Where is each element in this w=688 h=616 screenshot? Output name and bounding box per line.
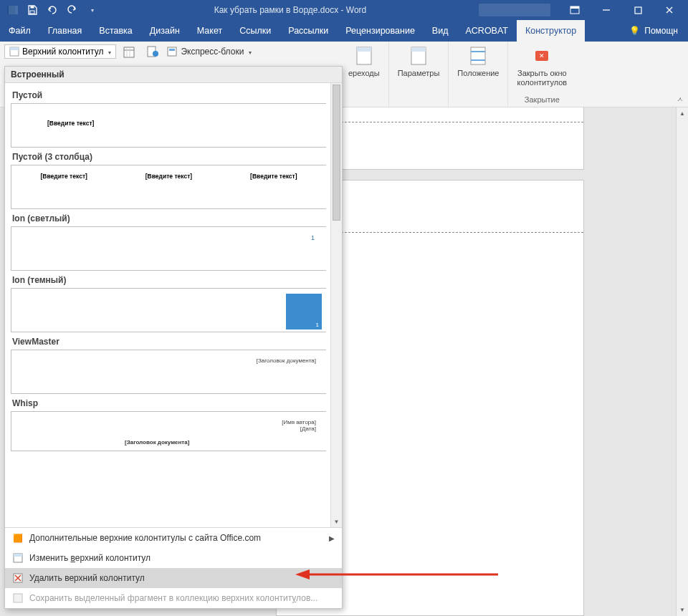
transitions-icon[interactable] [353,44,376,67]
svg-rect-2 [30,11,34,14]
placeholder-text: [Введите текст] [250,173,297,180]
gallery-commands: 🟧 Дополнительные верхние колонтитулы с с… [5,527,342,608]
gallery-scrollbar[interactable]: ▲ ▼ [330,83,342,527]
page-number: 1 [316,322,319,328]
scroll-down-icon[interactable]: ▼ [331,516,342,527]
close-header-icon[interactable]: ✕ [530,44,553,67]
svg-rect-22 [471,47,485,64]
cmd-edit-header[interactable]: Изменить верхний колонтитул [5,548,342,568]
edit-header-icon [12,552,24,564]
cmd-save-selection: Сохранить выделенный фрагмент в коллекци… [5,588,342,608]
undo-icon[interactable] [43,1,62,19]
close-section-label: Закрытие [525,95,560,105]
header-gallery: Встроенный Пустой [Введите текст] Пустой… [4,66,343,609]
close-button[interactable] [654,0,685,20]
account-area[interactable] [479,4,550,16]
header-dropdown[interactable]: Верхний колонтитул [4,44,116,59]
gallery-item-ion-dark[interactable]: 1 [11,288,326,332]
tab-file[interactable]: Файл [0,20,39,42]
gallery-item-whisp[interactable]: [Имя автора] [Дата] [Заголовок документа… [11,411,326,451]
date-time-button[interactable] [123,45,139,58]
params-label: Параметры [398,69,440,78]
placeholder-text: [Введите текст] [145,173,192,180]
gallery-item-title: Пустой (3 столбца) [11,148,340,165]
gallery-item-ion-light[interactable]: 1 [11,226,326,271]
date-placeholder: [Дата] [300,425,316,432]
tab-view[interactable]: Вид [424,20,457,42]
svg-rect-16 [168,47,176,56]
title-bar: ▾ Как убрать рамки в Ворде.docx - Word [0,0,688,20]
close-label1: Закрыть окно [517,69,567,77]
tab-mailings[interactable]: Рассылки [280,20,337,42]
gallery-item-viewmaster[interactable]: [Заголовок документа] [11,350,326,394]
express-icon [166,46,178,57]
scrollbar-thumb[interactable] [333,85,340,221]
redo-icon[interactable] [63,1,82,19]
office-icon: 🟧 [12,532,24,544]
minimize-button[interactable] [591,0,622,20]
collapse-ribbon-icon[interactable]: ㅅ [677,95,684,105]
group-navigation: ереходы [340,42,389,107]
scroll-down-icon[interactable]: ▼ [677,604,688,616]
gallery-item-empty[interactable]: [Введите текст] [11,103,326,148]
doc-info-button[interactable] [146,45,159,58]
gallery-item-title: Ion (темный) [11,271,340,288]
tab-insert[interactable]: Вставка [90,20,140,42]
transitions-label: ереходы [348,69,380,78]
svg-rect-5 [570,6,579,9]
chevron-down-icon [247,47,252,57]
position-label: Положение [457,69,499,78]
scroll-up-icon[interactable]: ▲ [677,107,688,120]
bulb-icon: 💡 [629,26,640,36]
svg-marker-30 [295,569,310,579]
express-label: Экспресс-блоки [181,47,244,57]
gallery-item-title: Whisp [11,394,340,411]
save-icon[interactable] [23,1,42,19]
placeholder-text: [Введите текст] [40,173,87,180]
tab-references[interactable]: Ссылки [231,20,280,42]
tab-acrobat[interactable]: ACROBAT [457,20,517,42]
gallery-section-label: Встроенный [5,67,342,83]
maximize-button[interactable] [622,0,654,20]
placeholder-text: [Введите текст] [47,120,94,127]
tell-me[interactable]: 💡 Помощн [619,20,688,42]
tab-layout[interactable]: Макет [188,20,231,42]
cmd-remove-header[interactable]: Удалить верхний колонтитул [5,568,342,588]
params-icon[interactable] [407,44,430,67]
svg-rect-1 [9,6,18,14]
tab-constructor[interactable]: Конструктор [517,20,585,42]
ribbon-display-options[interactable] [559,0,591,20]
doc-title-placeholder: [Заголовок документа] [125,439,189,446]
position-icon[interactable] [467,44,489,67]
gallery-item-title: ViewMaster [11,332,340,350]
cmd-label: Дополнительные верхние колонтитулы с сай… [29,533,261,543]
group-position: Положение [449,42,508,107]
group-params: Параметры [389,42,449,107]
page-number: 1 [311,234,315,241]
close-x-icon: ✕ [535,51,548,61]
ribbon-tabs: Файл Главная Вставка Дизайн Макет Ссылки… [0,20,688,42]
gallery-item-3col[interactable]: [Введите текст] [Введите текст] [Введите… [11,165,326,209]
tab-home[interactable]: Главная [39,20,91,42]
express-blocks-button[interactable]: Экспресс-блоки [166,46,252,57]
gallery-item-title: Ion (светлый) [11,209,340,226]
author-placeholder: [Имя автора] [282,419,316,425]
cmd-label: Изменить верхний колонтитул [29,553,150,563]
date-icon [123,45,139,58]
tab-review[interactable]: Рецензирование [337,20,424,42]
placeholder-text: [Заголовок документа] [257,357,316,364]
gallery-scroll-area[interactable]: Пустой [Введите текст] Пустой (3 столбца… [5,83,342,527]
cmd-label: Сохранить выделенный фрагмент в коллекци… [29,593,317,603]
chevron-right-icon: ▶ [329,534,335,542]
svg-rect-26 [14,554,22,557]
cmd-more-office[interactable]: 🟧 Дополнительные верхние колонтитулы с с… [5,528,342,548]
svg-rect-19 [357,47,371,52]
svg-point-15 [153,51,158,57]
qat-customize-icon[interactable]: ▾ [83,1,102,19]
svg-rect-3 [31,6,34,9]
close-label2: колонтитулов [517,78,567,87]
tab-design[interactable]: Дизайн [141,20,188,42]
svg-rect-10 [124,47,134,57]
group-close: ✕ Закрыть окноколонтитулов Закрытие [508,42,575,107]
vertical-scrollbar[interactable]: ▲ ▼ [676,107,688,616]
